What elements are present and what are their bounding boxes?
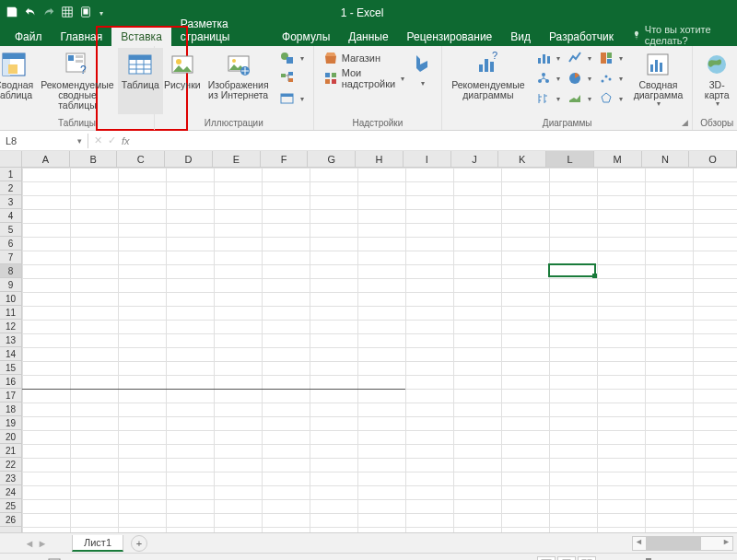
tab-file[interactable]: Файл [6, 28, 52, 46]
tab-insert[interactable]: Вставка [111, 28, 171, 46]
treemap-chart-icon[interactable]: ▾ [595, 48, 626, 68]
online-pictures-button[interactable]: Изображения из Интернета [205, 48, 273, 114]
row-header-17[interactable]: 17 [0, 389, 21, 402]
screenshot-button[interactable]: ▾ [276, 88, 308, 109]
macro-record-icon[interactable] [48, 556, 61, 561]
tab-formulas[interactable]: Формулы [273, 28, 339, 46]
select-all-corner[interactable] [0, 151, 22, 168]
col-header-M[interactable]: M [594, 151, 642, 167]
redo-icon[interactable] [42, 6, 55, 20]
row-header-23[interactable]: 23 [0, 472, 21, 485]
row-header-14[interactable]: 14 [0, 347, 21, 361]
row-header-7[interactable]: 7 [0, 251, 21, 264]
stock-chart-icon[interactable]: ▾ [532, 88, 564, 109]
svg-point-49 [608, 78, 611, 81]
horizontal-scrollbar[interactable]: ◄ ► [632, 536, 733, 551]
pictures-button[interactable]: Рисунки [160, 48, 205, 114]
row-header-12[interactable]: 12 [0, 320, 21, 333]
tab-view[interactable]: Вид [501, 28, 540, 46]
store-button[interactable]: Магазин [320, 48, 408, 68]
col-header-O[interactable]: O [689, 151, 737, 167]
row-header-6[interactable]: 6 [0, 237, 21, 251]
col-header-L[interactable]: L [546, 151, 594, 167]
row-header-9[interactable]: 9 [0, 278, 21, 292]
row-header-25[interactable]: 25 [0, 499, 21, 513]
pivot-table-button[interactable]: Сводная таблица [0, 48, 37, 114]
svg-rect-53 [660, 63, 662, 72]
col-header-D[interactable]: D [165, 151, 213, 167]
svg-rect-25 [288, 72, 293, 76]
col-header-C[interactable]: C [117, 151, 165, 167]
col-header-E[interactable]: E [213, 151, 261, 167]
3d-map-button[interactable]: 3D- карта▾ [698, 48, 735, 114]
tab-review[interactable]: Рецензирование [398, 28, 502, 46]
radar-chart-icon[interactable]: ▾ [595, 88, 626, 109]
row-header-3[interactable]: 3 [0, 195, 21, 209]
col-header-J[interactable]: J [451, 151, 499, 167]
tell-me-search[interactable]: Что вы хотите сделать? [632, 24, 737, 46]
view-switcher[interactable] [537, 556, 596, 561]
svg-text:?: ? [492, 52, 497, 61]
row-header-20[interactable]: 20 [0, 430, 21, 444]
row-header-8[interactable]: 8 [0, 264, 21, 278]
recommended-pivot-button[interactable]: ? Рекомендуемые сводные таблицы [37, 48, 118, 114]
fx-icon[interactable]: fx [122, 135, 130, 146]
row-header-16[interactable]: 16 [0, 375, 21, 389]
row-header-18[interactable]: 18 [0, 402, 21, 416]
row-header-19[interactable]: 19 [0, 416, 21, 430]
row-header-1[interactable]: 1 [0, 168, 21, 181]
row-header-11[interactable]: 11 [0, 306, 21, 320]
normal-view-icon [537, 556, 556, 561]
add-sheet-button[interactable]: + [131, 535, 147, 552]
active-cell[interactable] [548, 263, 596, 277]
smartart-button[interactable] [276, 68, 308, 88]
undo-icon[interactable] [24, 6, 37, 20]
row-header-22[interactable]: 22 [0, 458, 21, 472]
lightbulb-icon [632, 29, 641, 41]
row-header-26[interactable]: 26 [0, 513, 21, 527]
col-header-F[interactable]: F [261, 151, 309, 167]
table-quick-icon[interactable] [61, 6, 74, 20]
svg-rect-24 [281, 74, 286, 77]
col-header-A[interactable]: A [22, 151, 70, 167]
col-header-N[interactable]: N [642, 151, 690, 167]
recommended-charts-button[interactable]: ? Рекомендуемые диаграммы [448, 48, 529, 114]
row-header-5[interactable]: 5 [0, 223, 21, 237]
column-chart-icon[interactable]: ▾ [532, 48, 564, 68]
shapes-button[interactable]: ▾ [276, 48, 308, 68]
line-chart-icon[interactable]: ▾ [564, 48, 595, 68]
row-header-4[interactable]: 4 [0, 209, 21, 223]
row-header-2[interactable]: 2 [0, 181, 21, 195]
touch-mode-icon[interactable] [79, 6, 92, 20]
row-header-21[interactable]: 21 [0, 444, 21, 458]
row-header-13[interactable]: 13 [0, 333, 21, 347]
col-header-G[interactable]: G [308, 151, 356, 167]
col-header-I[interactable]: I [404, 151, 451, 167]
svg-rect-32 [332, 79, 336, 84]
col-header-B[interactable]: B [70, 151, 118, 167]
tab-page-layout[interactable]: Разметка страницы [171, 15, 273, 46]
surface-chart-icon[interactable]: ▾ [564, 88, 595, 109]
charts-dialog-launcher[interactable]: ◢ [679, 117, 690, 128]
col-header-K[interactable]: K [498, 151, 546, 167]
pivot-chart-button[interactable]: Сводная диаграмма▾ [630, 48, 687, 114]
col-header-H[interactable]: H [356, 151, 404, 167]
sheet-nav[interactable]: ◄ ► [0, 538, 72, 549]
save-icon[interactable] [6, 6, 18, 20]
svg-rect-39 [547, 56, 550, 64]
spreadsheet-grid[interactable]: ABCDEFGHIJKLMNO 123456789101112131415161… [0, 151, 737, 532]
tab-data[interactable]: Данные [339, 28, 397, 46]
tab-developer[interactable]: Разработчик [540, 28, 623, 46]
sheet-tab-1[interactable]: Лист1 [72, 535, 123, 552]
row-header-24[interactable]: 24 [0, 485, 21, 499]
svg-rect-30 [332, 73, 336, 77]
my-addins-button[interactable]: Мои надстройки▾ [320, 68, 408, 88]
row-header-15[interactable]: 15 [0, 361, 21, 375]
scatter-chart-icon[interactable]: ▾ [595, 68, 626, 88]
pie-chart-icon[interactable]: ▾ [564, 68, 595, 88]
hierarchy-chart-icon[interactable]: ▾ [532, 68, 564, 88]
name-box[interactable]: L8▾ [0, 134, 88, 148]
row-header-10[interactable]: 10 [0, 292, 21, 306]
tab-home[interactable]: Главная [52, 28, 112, 46]
bing-maps-button[interactable]: ▾ [408, 48, 436, 114]
